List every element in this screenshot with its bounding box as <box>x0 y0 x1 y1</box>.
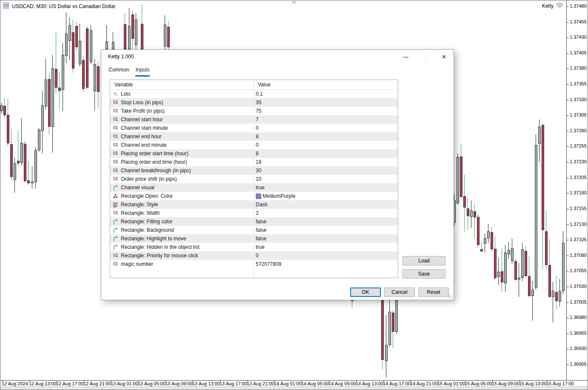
variable-value[interactable]: 0 <box>256 125 259 131</box>
int-type-icon: 01 <box>112 168 119 173</box>
table-row[interactable]: 01Take Profit (in pips)75 <box>110 107 398 115</box>
candle-body <box>518 278 520 279</box>
int-type-icon: 01 <box>112 211 119 215</box>
table-row[interactable]: Channel visualtrue <box>110 183 398 192</box>
variable-value[interactable]: 8 <box>256 134 259 139</box>
table-row[interactable]: Rectangle: StyleDash <box>110 200 398 209</box>
candle-body <box>463 196 466 208</box>
price-label: 1.37130 <box>570 222 587 227</box>
table-row[interactable]: Rectangle: Highlight to movefalse <box>110 234 398 243</box>
chart-panel-collapse-icon[interactable] <box>291 1 297 4</box>
candle-body <box>128 26 131 49</box>
variable-name: magic number <box>121 261 153 267</box>
candle-body <box>75 26 78 47</box>
variable-value[interactable]: 18 <box>256 159 261 165</box>
variable-name: Rectangle: Priority for mouse click <box>121 253 198 259</box>
inputs-table: Variable Value ¹⁄₂Lots0.101Stop Loss (in… <box>110 80 398 278</box>
ok-button[interactable]: OK <box>350 288 381 297</box>
variable-value[interactable]: 0 <box>256 253 259 259</box>
variable-value[interactable]: 35 <box>256 100 261 105</box>
table-row[interactable]: 01Placing order start time (hour)8 <box>110 149 398 158</box>
table-row[interactable]: 01magic number572077809 <box>110 260 398 268</box>
candle-body <box>51 68 54 127</box>
variable-value[interactable]: 10 <box>256 176 261 182</box>
save-button[interactable]: Save <box>402 269 445 279</box>
time-axis[interactable]: 12 Aug 202412 Aug 13:0012 Aug 17:0012 Au… <box>0 381 588 387</box>
table-row[interactable]: 01Stop Loss (in pips)35 <box>110 98 398 107</box>
variable-value[interactable]: false <box>256 219 266 225</box>
candle-body <box>38 130 40 150</box>
value-text: 572077809 <box>256 261 281 267</box>
price-label: 1.37055 <box>570 268 587 273</box>
price-axis[interactable]: 1.374801.374551.374301.374051.373801.373… <box>567 0 588 380</box>
reset-button[interactable]: Reset <box>418 288 449 297</box>
variable-value[interactable]: false <box>256 236 266 242</box>
candle-body <box>460 157 462 197</box>
variable-value[interactable]: MediumPurple <box>256 193 295 199</box>
variable-name: Rectangle: Hidden in the object list <box>121 244 200 250</box>
value-text: MediumPurple <box>263 193 295 199</box>
variable-value[interactable]: 0 <box>256 142 259 148</box>
table-row[interactable]: 01Channel end minute0 <box>110 141 398 149</box>
table-row[interactable]: 01Channel end hour8 <box>110 132 398 141</box>
variable-value[interactable]: true <box>256 244 265 250</box>
table-row[interactable]: Rectangle: Filling colorfalse <box>110 217 398 226</box>
variable-value[interactable]: false <box>256 227 266 233</box>
candle-body <box>508 250 510 254</box>
candle-body <box>58 88 61 91</box>
price-tick <box>567 193 569 194</box>
resize-grip[interactable] <box>448 294 452 299</box>
price-label: 1.37230 <box>570 159 587 164</box>
variable-value[interactable]: 8 <box>256 151 259 157</box>
tab-common[interactable]: Common <box>108 66 130 77</box>
value-text: 0 <box>256 142 259 148</box>
tab-inputs[interactable]: Inputs <box>135 66 150 77</box>
price-tick <box>567 302 569 303</box>
variable-name: Stop Loss (in pips) <box>121 100 163 105</box>
time-label: 15 Aug 05:00 <box>465 381 492 386</box>
table-row[interactable]: 01Channel start hour7 <box>110 115 398 124</box>
variable-value[interactable]: 572077809 <box>256 261 281 267</box>
table-row[interactable]: 01Channel breakthrough (in pips)30 <box>110 166 398 175</box>
price-label: 1.37255 <box>570 143 587 148</box>
expert-advisor-badge[interactable]: Ketty <box>542 2 563 10</box>
price-tick <box>567 349 569 349</box>
candle-body <box>514 261 517 280</box>
cancel-button[interactable]: Cancel <box>384 288 415 297</box>
variable-value[interactable]: 75 <box>256 108 261 114</box>
table-row[interactable]: 01Rectangle: Priority for mouse click0 <box>110 251 398 260</box>
table-row[interactable]: 01Placing order end time (hour)18 <box>110 158 398 166</box>
variable-value[interactable]: 2 <box>256 210 259 216</box>
variable-value[interactable]: 0.1 <box>256 91 263 97</box>
candle-body <box>124 24 126 49</box>
dialog-tabs: Common Inputs <box>108 66 150 77</box>
load-button[interactable]: Load <box>402 256 445 265</box>
candle-body <box>72 32 74 68</box>
candle-body <box>48 79 51 127</box>
table-row[interactable]: Rectangle Open: ColorMediumPurple <box>110 192 398 200</box>
candle-body <box>0 105 3 111</box>
time-label: 14 Aug 01:00 <box>274 381 302 386</box>
variable-value[interactable]: Dash <box>256 202 268 208</box>
value-text: 0 <box>256 253 259 259</box>
table-row[interactable]: 01Rectangle: Width2 <box>110 209 398 217</box>
candle-body <box>525 251 527 276</box>
variable-value[interactable]: 30 <box>256 168 261 174</box>
value-text: 75 <box>256 108 261 114</box>
value-text: true <box>256 185 265 191</box>
candle-body <box>474 211 476 217</box>
table-row[interactable]: Rectangle: Hidden in the object listtrue <box>110 243 398 251</box>
table-row[interactable]: 01Channel start minute0 <box>110 124 398 132</box>
candle-body <box>164 25 166 46</box>
close-button[interactable]: ✕ <box>434 50 454 63</box>
candle-body <box>385 345 388 361</box>
variable-value[interactable]: true <box>256 185 265 191</box>
value-text: 30 <box>256 168 261 174</box>
table-row[interactable]: Rectangle: Backgroundfalse <box>110 226 398 234</box>
table-row[interactable]: ¹⁄₂Lots0.1 <box>110 90 398 98</box>
variable-value[interactable]: 7 <box>256 117 259 122</box>
value-text: false <box>256 219 266 225</box>
minimize-button[interactable]: — <box>396 50 415 63</box>
table-row[interactable]: 01Order price shift (in pips)10 <box>110 175 398 183</box>
candle-body <box>497 272 500 277</box>
